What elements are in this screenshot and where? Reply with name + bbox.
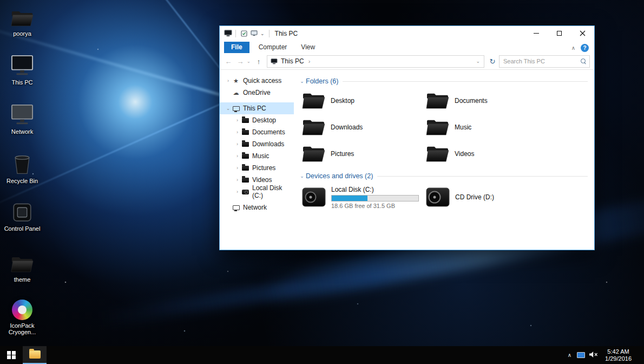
taskbar-file-explorer-button[interactable] — [23, 346, 47, 364]
qat-new-window-icon[interactable] — [251, 30, 258, 36]
chevron-right-icon[interactable]: › — [234, 129, 241, 135]
up-button[interactable]: ↑ — [253, 57, 264, 66]
sidebar-item-music[interactable]: › Music — [220, 150, 294, 162]
search-box — [499, 55, 590, 68]
help-icon[interactable]: ? — [581, 44, 589, 52]
folder-tile-documents[interactable]: Documents — [425, 87, 549, 114]
folder-icon — [241, 164, 249, 172]
desktop-icon-label: This PC — [3, 79, 42, 86]
sidebar-item-quick-access[interactable]: › ★ Quick access — [220, 75, 294, 87]
devices-group-header: ⌄ Devices and drives (2) — [298, 172, 588, 180]
navigation-bar: ← → ⌄ ↑ This PC › ⌄ ↻ — [220, 53, 594, 70]
forward-button[interactable]: → — [235, 57, 246, 66]
desktop-icon-control-panel[interactable]: Control Panel — [1, 198, 43, 232]
folder-tile-downloads[interactable]: Downloads — [301, 114, 425, 140]
quick-access-star-icon: ★ — [232, 77, 240, 84]
desktop-icon-label: Recycle Bin — [3, 178, 42, 184]
chevron-right-icon[interactable]: › — [234, 165, 241, 171]
folder-tile-videos[interactable]: Videos — [425, 140, 549, 167]
desktop-icon-poorya[interactable]: poorya — [1, 3, 43, 37]
search-icon[interactable] — [581, 58, 587, 64]
sidebar-item-this-pc[interactable]: ⌄ This PC — [220, 102, 294, 114]
folder-tile-label: Videos — [455, 150, 474, 158]
chevron-down-icon[interactable]: ⌄ — [298, 173, 306, 179]
tab-file[interactable]: File — [224, 42, 249, 53]
folder-icon — [241, 116, 249, 124]
desktop-icon-theme[interactable]: theme — [1, 249, 43, 283]
folder-icon — [241, 176, 249, 184]
sidebar-item-desktop[interactable]: › Desktop — [220, 114, 294, 126]
taskbar-clock[interactable]: 5:42 AM 1/29/2016 — [602, 348, 635, 362]
qat-properties-icon[interactable] — [241, 30, 247, 37]
chevron-right-icon[interactable]: › — [234, 118, 241, 123]
ribbon-collapse-icon[interactable]: ∧ — [571, 45, 575, 51]
location-icon — [271, 58, 278, 64]
minimize-button[interactable] — [524, 26, 548, 41]
chevron-right-icon[interactable]: › — [234, 177, 241, 183]
tray-display-icon[interactable] — [577, 352, 585, 358]
chevron-right-icon[interactable]: › — [234, 141, 241, 147]
desktop-icon-iconpack-cryogen[interactable]: IconPack Cryogen... — [1, 295, 43, 335]
sidebar-item-onedrive[interactable]: ☁ OneDrive — [220, 87, 294, 99]
tray-expand-chevron-icon[interactable]: ∧ — [566, 352, 573, 358]
tab-view[interactable]: View — [294, 42, 322, 53]
drive-tile-local-disk-c[interactable]: Local Disk (C:) 18.6 GB free of 31.5 GB — [301, 182, 425, 212]
ribbon-tab-bar: File Computer View ∧ ? — [220, 41, 594, 53]
devices-grid: Local Disk (C:) 18.6 GB free of 31.5 GB … — [301, 182, 588, 212]
folder-tile-music[interactable]: Music — [425, 114, 549, 140]
disk-usage-fill — [332, 196, 367, 201]
wallpaper-streak — [98, 252, 475, 327]
recent-locations-chevron-icon[interactable]: ⌄ — [247, 59, 252, 64]
iconpack-swirl-icon — [12, 295, 32, 320]
folder-icon — [425, 144, 450, 164]
file-explorer-icon — [29, 350, 41, 359]
sidebar-item-documents[interactable]: › Documents — [220, 126, 294, 138]
back-button[interactable]: ← — [223, 57, 234, 66]
refresh-icon[interactable]: ↻ — [487, 57, 498, 66]
qat-customize-chevron-icon[interactable]: ⌄ — [260, 31, 265, 36]
devices-header-label[interactable]: Devices and drives (2) — [306, 172, 373, 180]
window-title: This PC — [275, 30, 298, 37]
close-button[interactable] — [571, 26, 594, 41]
desktop-icon-this-pc[interactable]: This PC — [1, 52, 43, 86]
maximize-button[interactable] — [548, 26, 571, 41]
navigation-pane: › ★ Quick access ☁ OneDrive ⌄ This PC › — [220, 70, 294, 250]
divider — [377, 176, 588, 177]
chevron-right-icon[interactable]: › — [234, 153, 241, 159]
explorer-app-icon — [224, 30, 232, 37]
sidebar-item-network[interactable]: Network — [220, 202, 294, 213]
address-dropdown-icon[interactable]: ⌄ — [474, 58, 482, 64]
sidebar-item-label: Local Disk (C:) — [252, 184, 294, 199]
clock-date: 1/29/2016 — [605, 355, 632, 362]
hard-drive-icon — [301, 186, 326, 208]
file-list-pane: ⌄ Folders (6) Desktop Documents — [294, 70, 594, 250]
folder-tile-label: Downloads — [331, 123, 363, 131]
drive-tile-cd-drive-d[interactable]: CD Drive (D:) — [425, 182, 549, 212]
folder-icon — [241, 152, 249, 160]
desktop-icon-network[interactable]: Network — [1, 101, 43, 135]
breadcrumb-chevron-icon[interactable]: › — [308, 58, 311, 64]
sidebar-item-local-disk-c[interactable]: › Local Disk (C:) — [220, 186, 294, 198]
chevron-down-icon[interactable]: ⌄ — [225, 106, 232, 111]
sidebar-item-downloads[interactable]: › Downloads — [220, 138, 294, 150]
sidebar-item-pictures[interactable]: › Pictures — [220, 162, 294, 174]
folder-tile-desktop[interactable]: Desktop — [301, 87, 425, 114]
desktop-icon-label: poorya — [3, 30, 42, 37]
tab-computer[interactable]: Computer — [252, 42, 294, 53]
tray-volume-muted-icon[interactable] — [589, 350, 598, 360]
drive-label: CD Drive (D:) — [455, 193, 494, 201]
sidebar-item-label: This PC — [243, 105, 266, 112]
chevron-right-icon[interactable]: › — [225, 78, 232, 83]
breadcrumb-location[interactable]: This PC — [281, 57, 304, 65]
chevron-right-icon[interactable]: › — [234, 189, 241, 194]
desktop-icon-recycle-bin[interactable]: Recycle Bin — [1, 151, 43, 184]
sidebar-item-label: Desktop — [252, 116, 276, 124]
start-button[interactable] — [0, 346, 23, 364]
folder-tile-pictures[interactable]: Pictures — [301, 140, 425, 167]
chevron-down-icon[interactable]: ⌄ — [298, 79, 306, 84]
address-bar[interactable]: This PC › ⌄ — [267, 55, 484, 68]
folders-header-label[interactable]: Folders (6) — [306, 77, 338, 85]
search-input[interactable] — [503, 58, 581, 64]
desktop-icon-label: Network — [3, 128, 42, 135]
title-bar[interactable]: ⌄ This PC — [220, 26, 594, 41]
